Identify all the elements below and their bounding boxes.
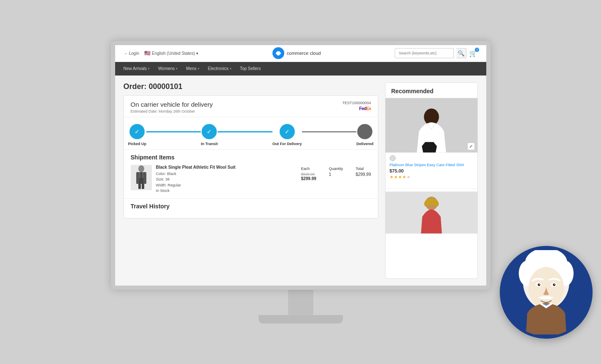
order-title: Order: 00000101 [124,82,378,91]
step-out-for-delivery: ✓ Out For Delivery [272,124,302,146]
star-1: ★ [390,175,393,179]
star-2: ★ [394,175,398,179]
svg-point-3 [277,53,280,56]
travel-section: Travel History [124,198,378,218]
step-circle-delivered [357,124,372,139]
nav-item-mens[interactable]: Mens ▾ [186,63,199,74]
search-button[interactable]: 🔍 [456,48,466,58]
quantity-label: Quantity [329,167,343,171]
nav-item-top-sellers[interactable]: Top Sellers [240,63,261,74]
item-color: Color: Black [156,172,177,176]
monitor-stand-neck [288,290,313,315]
step-label-delivered: Delivered [356,142,374,146]
logo-area: commerce cloud [272,47,321,59]
rec-product-1-name[interactable]: Platinum Blue Stripes Easy Care Fitted S… [390,163,473,167]
login-label: Login [129,51,139,56]
step-delivered: Delivered [356,124,374,146]
step-circle-in-transit: ✓ [202,124,217,139]
star-3: ★ [398,175,402,179]
nav-arrow-new-arrivals: ▾ [148,67,150,70]
progress-tracker: ✓ Picked Up ✓ In Tr [124,117,378,149]
each-column: Each $500.00 $299.99 [301,167,316,181]
travel-heading: Travel History [131,203,371,210]
color-swatch-1[interactable] [390,155,396,161]
star-5: ★ [407,175,410,179]
svg-rect-9 [143,172,146,184]
search-area: 🔍 🛒 0 [395,48,477,58]
cart-badge: 0 [475,48,479,52]
check-icon-3: ✓ [285,128,290,135]
monitor-stand-base [259,315,343,324]
main-content: Order: 00000101 On carrier vehicle for d… [115,75,486,286]
nav-arrow-womens: ▾ [176,67,178,70]
connector-1 [146,131,201,132]
cart-icon-wrap[interactable]: 🛒 0 [469,49,477,57]
left-panel: Order: 00000101 On carrier vehicle for d… [124,82,378,279]
rec-product-1-image-wrap: ⤢ [385,98,477,153]
nav-item-electronics[interactable]: Electronics ▾ [208,63,232,74]
search-input[interactable] [395,48,454,58]
step-circle-out-for-delivery: ✓ [280,124,295,139]
connector-2 [218,131,272,132]
step-in-transit: ✓ In Transit [201,124,218,146]
step-label-picked-up: Picked Up [128,142,147,146]
nav-label-electronics: Electronics [208,66,229,71]
svg-rect-8 [136,172,139,184]
recommended-title: Recommended [385,83,477,98]
login-arrow-icon: → [124,51,128,56]
nav-label-womens: Womens [158,66,175,71]
nav-label-mens: Mens [186,66,196,71]
svg-point-29 [554,284,555,285]
shipment-item-row: Black Single Pleat Athletic Fit Wool Sui… [131,165,371,194]
step-circle-picked-up: ✓ [129,124,145,139]
rec-divider [385,189,477,189]
check-icon-1: ✓ [135,128,140,135]
rec-product-2 [385,191,477,238]
step-label-in-transit: In Transit [201,142,218,146]
fedex-logo: FedEx [359,106,371,111]
rec-product-1: ⤢ Platinum Blue Stripes Easy Care Fitted… [385,98,477,186]
nav-arrow-electronics: ▾ [230,67,232,70]
each-label: Each [301,167,310,171]
item-width: Width: Regular [156,183,181,187]
total-label: Total [356,167,364,171]
expand-icon-1[interactable]: ⤢ [467,143,475,150]
nav-arrow-mens: ▾ [198,67,199,70]
svg-point-4 [138,165,144,172]
step-label-out-for-delivery: Out For Delivery [272,142,302,146]
search-icon: 🔍 [458,50,465,57]
svg-rect-11 [142,184,144,189]
total-value: $299.99 [356,172,371,177]
nav-label-top-sellers: Top Sellers [240,66,261,71]
salesforce-logo [272,47,284,59]
rec-product-1-info: Platinum Blue Stripes Easy Care Fitted S… [385,153,477,182]
new-price: $299.99 [301,176,316,181]
star-4-half: ★ [402,175,406,179]
nav-item-new-arrivals[interactable]: New Arrivals ▾ [124,63,150,74]
total-column: Total $299.99 [356,167,371,177]
delivery-status: On carrier vehicle for delivery [131,101,213,108]
einstein-bot[interactable] [500,246,593,339]
tracking-number: TEST100000004 [342,101,371,105]
item-image [131,165,152,190]
quantity-value: 1 [329,172,331,177]
svg-point-27 [553,283,555,286]
item-size: Size: 38 [156,177,170,181]
svg-rect-10 [138,184,141,189]
quantity-column: Quantity 1 [329,167,343,177]
shipment-section: Shipment Items [124,149,378,198]
item-name: Black Single Pleat Athletic Fit Wool Sui… [156,165,297,170]
monitor-screen: → Login 🇺🇸 English (United States) ▾ [111,41,491,290]
item-pricing: Each $500.00 $299.99 Quantity 1 [301,167,371,181]
language-selector[interactable]: 🇺🇸 English (United States) ▾ [144,50,198,56]
order-header: On carrier vehicle for delivery Estimate… [124,96,378,117]
svg-point-26 [538,283,540,286]
order-card: On carrier vehicle for delivery Estimate… [124,95,378,218]
recommended-card: Recommended [385,82,478,279]
rec-product-2-image-wrap [385,191,477,234]
lang-dropdown-arrow: ▾ [196,51,198,56]
nav-item-womens[interactable]: Womens ▾ [158,63,178,74]
login-link[interactable]: → Login [124,51,139,56]
shipment-heading: Shipment Items [131,154,371,161]
flag-icon: 🇺🇸 [144,50,151,56]
